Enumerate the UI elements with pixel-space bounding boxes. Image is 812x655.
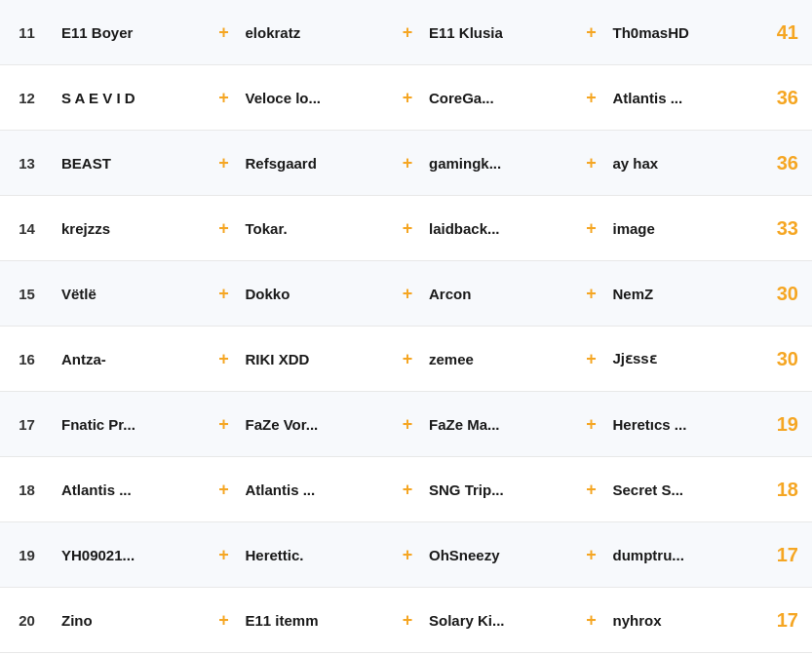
- plus-icon-2: +: [394, 88, 421, 108]
- score-cell: 33: [761, 217, 812, 240]
- rank-cell: 11: [0, 24, 54, 41]
- rank-cell: 18: [0, 482, 54, 498]
- player3-cell: CoreGa...: [421, 90, 578, 106]
- player1-cell: Antza-: [54, 351, 211, 367]
- player3-cell: FaZe Ma...: [421, 416, 578, 433]
- player4-cell: Jjɛssɛ: [605, 350, 762, 367]
- rank-cell: 19: [0, 547, 54, 563]
- player3-cell: E11 Klusia: [421, 24, 578, 41]
- plus-icon-1: +: [211, 153, 238, 173]
- plus-icon-3: +: [578, 414, 605, 435]
- player2-cell: Herettic.: [238, 547, 395, 563]
- player2-cell: Refsgaard: [238, 155, 395, 172]
- leaderboard-table: 11 E11 Boyer + elokratz + E11 Klusia + T…: [0, 0, 812, 653]
- table-row: 15 Vëtlë + Dokko + Arcon + NemZ 30: [0, 261, 812, 327]
- score-cell: 17: [761, 544, 812, 566]
- plus-icon-1: +: [211, 88, 238, 108]
- table-row: 13 BEAST + Refsgaard + gamingk... + ay h…: [0, 131, 812, 196]
- plus-icon-2: +: [394, 284, 421, 304]
- plus-icon-2: +: [394, 153, 421, 173]
- rank-cell: 14: [0, 220, 54, 237]
- plus-icon-2: +: [394, 480, 421, 500]
- player3-cell: laidback...: [421, 220, 578, 237]
- player3-cell: zemee: [421, 351, 578, 367]
- plus-icon-1: +: [211, 22, 238, 43]
- player3-cell: SNG Trip...: [421, 482, 578, 498]
- player2-cell: E11 itemm: [238, 612, 395, 629]
- table-row: 16 Antza- + RIKI XDD + zemee + Jjɛssɛ 30: [0, 327, 812, 392]
- player3-cell: gamingk...: [421, 155, 578, 172]
- player2-cell: Dokko: [238, 286, 395, 302]
- player2-cell: Tokar.: [238, 220, 395, 237]
- plus-icon-1: +: [211, 414, 238, 435]
- player4-cell: NemZ: [605, 286, 762, 302]
- player1-cell: krejzzs: [54, 220, 211, 237]
- plus-icon-1: +: [211, 349, 238, 369]
- plus-icon-3: +: [578, 349, 605, 369]
- rank-cell: 20: [0, 612, 54, 629]
- table-row: 14 krejzzs + Tokar. + laidback... + imag…: [0, 196, 812, 261]
- score-cell: 18: [761, 479, 812, 501]
- table-row: 12 S A E V I D + Veloce lo... + CoreGa..…: [0, 65, 812, 131]
- player4-cell: Secret S...: [605, 482, 762, 498]
- plus-icon-2: +: [394, 545, 421, 565]
- player4-cell: ay hax: [605, 155, 762, 172]
- score-cell: 30: [761, 348, 812, 370]
- plus-icon-2: +: [394, 349, 421, 369]
- player1-cell: E11 Boyer: [54, 24, 211, 41]
- plus-icon-3: +: [578, 218, 605, 239]
- score-cell: 41: [761, 21, 812, 44]
- player3-cell: Solary Ki...: [421, 612, 578, 629]
- table-row: 18 Atlantis ... + Atlantis ... + SNG Tri…: [0, 457, 812, 522]
- plus-icon-2: +: [394, 22, 421, 43]
- table-row: 20 Zino + E11 itemm + Solary Ki... + nyh…: [0, 588, 812, 653]
- plus-icon-1: +: [211, 545, 238, 565]
- score-cell: 36: [761, 152, 812, 174]
- player3-cell: Arcon: [421, 286, 578, 302]
- rank-cell: 12: [0, 90, 54, 106]
- plus-icon-3: +: [578, 610, 605, 631]
- player2-cell: elokratz: [238, 24, 395, 41]
- rank-cell: 13: [0, 155, 54, 172]
- player3-cell: OhSneezy: [421, 547, 578, 563]
- plus-icon-1: +: [211, 480, 238, 500]
- player4-cell: Heretıcs ...: [605, 416, 762, 433]
- player4-cell: Th0masHD: [605, 24, 762, 41]
- player1-cell: Fnatic Pr...: [54, 416, 211, 433]
- plus-icon-3: +: [578, 480, 605, 500]
- plus-icon-3: +: [578, 284, 605, 304]
- player1-cell: BEAST: [54, 155, 211, 172]
- score-cell: 19: [761, 413, 812, 436]
- player4-cell: Atlantis ...: [605, 90, 762, 106]
- table-row: 11 E11 Boyer + elokratz + E11 Klusia + T…: [0, 0, 812, 65]
- player4-cell: dumptru...: [605, 547, 762, 563]
- player1-cell: S A E V I D: [54, 90, 211, 106]
- player1-cell: Zino: [54, 612, 211, 629]
- plus-icon-1: +: [211, 610, 238, 631]
- player2-cell: RIKI XDD: [238, 351, 395, 367]
- player2-cell: FaZe Vor...: [238, 416, 395, 433]
- plus-icon-1: +: [211, 284, 238, 304]
- player1-cell: Atlantis ...: [54, 482, 211, 498]
- plus-icon-1: +: [211, 218, 238, 239]
- plus-icon-2: +: [394, 610, 421, 631]
- score-cell: 36: [761, 87, 812, 109]
- player2-cell: Veloce lo...: [238, 90, 395, 106]
- table-row: 19 YH09021... + Herettic. + OhSneezy + d…: [0, 522, 812, 588]
- rank-cell: 16: [0, 351, 54, 367]
- rank-cell: 15: [0, 286, 54, 302]
- player1-cell: YH09021...: [54, 547, 211, 563]
- score-cell: 17: [761, 609, 812, 632]
- player2-cell: Atlantis ...: [238, 482, 395, 498]
- player4-cell: image: [605, 220, 762, 237]
- player4-cell: nyhrox: [605, 612, 762, 629]
- score-cell: 30: [761, 283, 812, 305]
- player1-cell: Vëtlë: [54, 286, 211, 302]
- plus-icon-3: +: [578, 22, 605, 43]
- plus-icon-3: +: [578, 153, 605, 173]
- plus-icon-2: +: [394, 218, 421, 239]
- plus-icon-2: +: [394, 414, 421, 435]
- table-row: 17 Fnatic Pr... + FaZe Vor... + FaZe Ma.…: [0, 392, 812, 457]
- plus-icon-3: +: [578, 545, 605, 565]
- plus-icon-3: +: [578, 88, 605, 108]
